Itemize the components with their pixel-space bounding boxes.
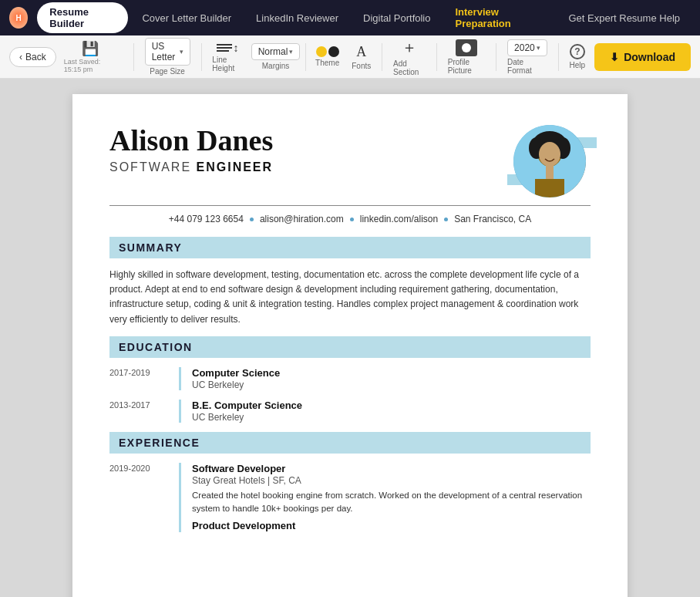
save-icon: 💾 xyxy=(82,40,99,57)
fonts-control[interactable]: A Fonts xyxy=(345,41,377,73)
resume-document: Alison Danes SOFTWARE ENGINEER xyxy=(72,94,628,597)
nav-link-interview[interactable]: Interview Preparation xyxy=(444,2,554,33)
toolbar-divider-6 xyxy=(496,43,496,71)
margins-label: Margins xyxy=(262,62,290,70)
fonts-label: Fonts xyxy=(352,62,371,70)
brand-icon: H xyxy=(16,14,22,22)
page-size-control[interactable]: US Letter ▾ Page Size xyxy=(139,35,197,79)
education-title-1: B.E. Computer Science xyxy=(192,400,591,411)
theme-control[interactable]: Theme xyxy=(311,43,344,70)
experience-desc-0: Created the hotel booking engine from sc… xyxy=(192,489,591,516)
toolbar: ‹ Back 💾 Last Saved: 15:15 pm US Letter … xyxy=(0,35,700,79)
contact-email: alison@hiration.com xyxy=(260,214,344,224)
add-section-control[interactable]: ＋ Add Section xyxy=(387,34,432,79)
experience-subtitle-0: Stay Great Hotels | SF, CA xyxy=(192,475,591,486)
line-height-icon xyxy=(217,44,232,52)
date-format-label: Date Format xyxy=(507,58,547,75)
toolbar-divider-1 xyxy=(133,43,134,71)
nav-link-linkedin[interactable]: LinkedIn Reviewer xyxy=(245,8,349,28)
page-size-chevron-icon: ▾ xyxy=(180,48,183,56)
toolbar-divider-7 xyxy=(558,43,559,71)
back-arrow-icon: ‹ xyxy=(19,52,22,62)
line-height-control[interactable]: ↕ Line Height xyxy=(206,39,248,76)
resume-title-prefix: SOFTWARE xyxy=(109,160,197,174)
line-height-arrows-icon: ↕ xyxy=(234,42,239,54)
svg-rect-7 xyxy=(535,179,564,197)
experience-section-header: EXPERIENCE xyxy=(109,432,591,454)
contact-phone: +44 079 123 6654 xyxy=(169,214,244,224)
help-control[interactable]: ? Help xyxy=(564,41,592,73)
margins-dropdown[interactable]: Normal ▾ xyxy=(251,43,301,60)
theme-dark-circle xyxy=(328,46,339,57)
svg-rect-8 xyxy=(546,165,554,179)
contact-linkedin: linkedin.com/alison xyxy=(360,214,438,224)
top-navigation: H Resume Builder Cover Letter Builder Li… xyxy=(0,0,700,35)
nav-tab-resume-builder[interactable]: Resume Builder xyxy=(37,2,128,33)
profile-picture-control[interactable]: Profile Picture xyxy=(442,36,491,78)
date-format-chevron-icon: ▾ xyxy=(537,44,540,52)
photo-svg xyxy=(513,125,586,197)
experience-extra-0: Product Development xyxy=(192,520,591,531)
summary-section-header: SUMMARY xyxy=(109,237,591,258)
margins-value: Normal xyxy=(258,46,288,57)
toolbar-divider-2 xyxy=(201,43,202,71)
save-timestamp: Last Saved: 15:15 pm xyxy=(64,58,116,73)
help-label: Help xyxy=(570,61,586,69)
toolbar-divider-5 xyxy=(436,43,437,71)
save-indicator: 💾 Last Saved: 15:15 pm xyxy=(64,40,116,73)
main-content-area: Alison Danes SOFTWARE ENGINEER xyxy=(0,79,700,597)
nav-link-portfolio[interactable]: Digital Portfolio xyxy=(352,8,441,28)
experience-title-0: Software Developer xyxy=(192,463,591,474)
date-format-value: 2020 xyxy=(514,42,535,53)
download-button[interactable]: ⬇ Download xyxy=(594,43,691,71)
margins-control[interactable]: Normal ▾ Margins xyxy=(251,40,301,73)
education-content-1: B.E. Computer Science UC Berkeley xyxy=(192,400,591,423)
page-size-value: US Letter xyxy=(152,41,178,62)
resume-photo xyxy=(513,125,586,197)
education-subtitle-0: UC Berkeley xyxy=(192,379,591,390)
education-dates-0: 2017-2019 xyxy=(109,367,179,390)
education-content-0: Computer Science UC Berkeley xyxy=(192,367,591,390)
profile-picture-label: Profile Picture xyxy=(448,58,485,75)
experience-content-0: Software Developer Stay Great Hotels | S… xyxy=(192,463,591,533)
summary-text: Highly skilled in software development, … xyxy=(109,268,591,327)
resume-photo-container xyxy=(513,125,591,197)
add-section-icon: ＋ xyxy=(402,37,417,58)
date-format-dropdown[interactable]: 2020 ▾ xyxy=(507,39,547,56)
experience-dates-0: 2019-2020 xyxy=(109,463,179,533)
brand-logo: H xyxy=(9,7,28,29)
date-format-control[interactable]: 2020 ▾ Date Format xyxy=(501,36,554,78)
nav-link-expert-help[interactable]: Get Expert Resume Help xyxy=(558,8,692,28)
education-bar-0 xyxy=(179,367,181,390)
page-size-dropdown[interactable]: US Letter ▾ xyxy=(145,38,190,66)
help-icon: ? xyxy=(570,44,585,59)
education-heading: EDUCATION xyxy=(119,341,193,353)
resume-title-bold: ENGINEER xyxy=(197,160,274,174)
download-icon: ⬇ xyxy=(610,51,619,63)
contact-location: San Francisco, CA xyxy=(454,214,531,224)
education-subtitle-1: UC Berkeley xyxy=(192,412,591,423)
profile-picture-icon xyxy=(456,39,477,56)
education-entry-1: 2013-2017 B.E. Computer Science UC Berke… xyxy=(109,400,591,423)
resume-header-divider xyxy=(109,205,591,206)
experience-heading: EXPERIENCE xyxy=(119,437,200,449)
summary-heading: SUMMARY xyxy=(119,241,182,254)
add-section-label: Add Section xyxy=(393,59,426,76)
margins-chevron-icon: ▾ xyxy=(289,48,293,56)
page-size-label: Page Size xyxy=(150,67,185,76)
line-height-label: Line Height xyxy=(212,56,242,73)
resume-header: Alison Danes SOFTWARE ENGINEER xyxy=(109,125,591,197)
resume-name: Alison Danes xyxy=(109,125,498,157)
resume-name-block: Alison Danes SOFTWARE ENGINEER xyxy=(109,125,498,174)
education-bar-1 xyxy=(179,400,181,423)
theme-label: Theme xyxy=(315,59,339,67)
contact-dot-1 xyxy=(250,218,254,221)
back-label: Back xyxy=(25,52,46,62)
resume-title: SOFTWARE ENGINEER xyxy=(109,160,498,174)
education-dates-1: 2013-2017 xyxy=(109,400,179,423)
education-title-0: Computer Science xyxy=(192,367,591,379)
theme-icon xyxy=(316,46,339,57)
back-button[interactable]: ‹ Back xyxy=(9,47,56,67)
nav-link-cover-letter[interactable]: Cover Letter Builder xyxy=(131,8,242,28)
education-entry-0: 2017-2019 Computer Science UC Berkeley xyxy=(109,367,591,390)
